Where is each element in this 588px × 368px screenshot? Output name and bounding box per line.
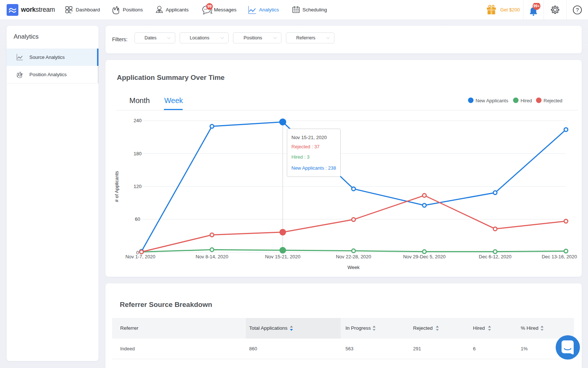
svg-text:Rejected: Rejected [544,98,562,103]
svg-text:# of Applicants: # of Applicants [114,171,119,202]
svg-text:240: 240 [133,118,141,123]
svg-text:Hired: Hired [521,98,532,103]
svg-text:Nov 15-21, 2020: Nov 15-21, 2020 [265,254,300,259]
svg-text:Nov 1-7, 2020: Nov 1-7, 2020 [125,254,155,259]
svg-text:New Applicants: New Applicants [476,98,508,103]
svg-text:180: 180 [133,151,141,156]
svg-text:Dec 13-16, 2020: Dec 13-16, 2020 [542,254,577,259]
svg-text:Hired : 3: Hired : 3 [291,154,309,160]
svg-text:Week: Week [348,265,360,270]
svg-text:99+: 99+ [534,4,540,8]
svg-text:Nov 29-Dec 5, 2020: Nov 29-Dec 5, 2020 [403,254,446,259]
svg-text:99: 99 [207,4,212,8]
svg-text:Rejected : 37: Rejected : 37 [291,144,320,149]
svg-text:Nov 8-14, 2020: Nov 8-14, 2020 [196,254,228,259]
svg-text:?: ? [576,7,579,13]
svg-text:120: 120 [133,184,141,189]
svg-text:Nov 22-28, 2020: Nov 22-28, 2020 [336,254,371,259]
svg-text:Dec 6-12, 2020: Dec 6-12, 2020 [479,254,512,259]
svg-text:Nov 15-21, 2020: Nov 15-21, 2020 [291,135,327,140]
svg-text:60: 60 [135,216,140,222]
svg-text:New Applicants : 238: New Applicants : 238 [291,165,336,171]
